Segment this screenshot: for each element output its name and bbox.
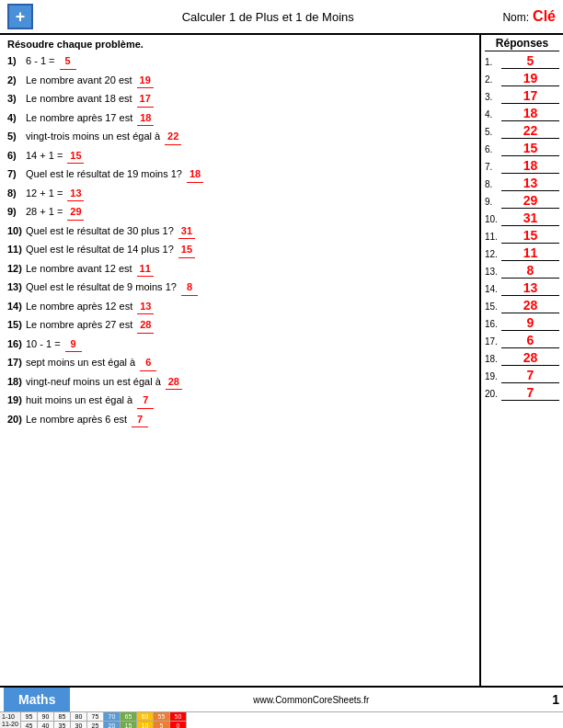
answer-row: 12.11 <box>485 245 559 261</box>
answer-row-val: 31 <box>501 210 559 226</box>
answer-row-val: 11 <box>501 245 559 261</box>
stats-cell: 35 <box>54 722 71 728</box>
answer-fill: 18 <box>137 110 154 127</box>
stats-cell: 60 <box>137 712 154 722</box>
answer-row-num: 20. <box>485 389 501 399</box>
problem-text: 28 + 1 = 29 <box>26 204 472 221</box>
problem-num: 10) <box>7 223 26 239</box>
answer-row-val: 28 <box>501 298 559 313</box>
problem-num: 1) <box>7 53 26 69</box>
problem-text: Quel est le résultat de 30 plus 1? 31 <box>26 223 472 240</box>
problem-num: 5) <box>7 129 26 144</box>
problem-text: Le nombre avant 18 est 17 <box>26 91 472 108</box>
answer-row-num: 2. <box>485 74 501 85</box>
stats-cell: 40 <box>38 722 54 728</box>
answer-row-val: 15 <box>501 228 559 244</box>
logo-icon: + <box>7 4 33 29</box>
answer-row-num: 10. <box>485 214 501 224</box>
answer-fill: 31 <box>178 223 195 240</box>
answer-row-num: 4. <box>485 109 501 119</box>
problem-num: 2) <box>7 73 26 88</box>
problem-text: 12 + 1 = 13 <box>26 186 472 202</box>
nom-label: Nom: <box>502 11 529 24</box>
answer-row: 4.18 <box>485 106 559 121</box>
problem-text: 10 - 1 = 9 <box>26 336 472 353</box>
answer-row-val: 18 <box>501 106 559 121</box>
answer-row: 8.13 <box>485 176 559 191</box>
answer-row: 7.18 <box>485 158 559 174</box>
problem-text: Le nombre après 12 est 13 <box>26 299 472 315</box>
problem-row: 8)12 + 1 = 13 <box>7 186 472 202</box>
problem-num: 15) <box>7 317 26 333</box>
answer-fill: 29 <box>67 204 84 221</box>
answer-row: 5.22 <box>485 123 559 139</box>
answer-row-val: 5 <box>501 53 559 69</box>
answer-row-num: 7. <box>485 162 501 172</box>
problem-text: huit moins un est égal à 7 <box>26 392 472 409</box>
answer-row-num: 9. <box>485 197 501 207</box>
answer-row: 14.13 <box>485 280 559 296</box>
footer: Maths www.CommonCoreSheets.fr 1 <box>0 686 563 711</box>
stats-label-11-20: 11-20 <box>2 721 18 727</box>
problem-row: 15)Le nombre après 27 est 28 <box>7 317 472 334</box>
answer-row-val: 8 <box>501 263 559 279</box>
stats-cell: 80 <box>71 712 87 722</box>
header: + Calculer 1 de Plus et 1 de Moins Nom: … <box>0 0 563 35</box>
stats-cell: 70 <box>104 712 121 722</box>
main-content: Résoudre chaque problème. 1)6 - 1 = 52)L… <box>0 35 563 686</box>
answer-row-val: 15 <box>501 141 559 156</box>
problem-row: 7)Quel est le résultat de 19 moins 1? 18 <box>7 166 472 183</box>
answer-row-val: 13 <box>501 176 559 191</box>
answer-fill: 6 <box>140 355 156 371</box>
stats-cell: 10 <box>137 722 154 728</box>
header-title: Calculer 1 de Plus et 1 de Moins <box>33 10 502 24</box>
stats-cell: 5 <box>154 722 170 728</box>
answer-row: 16.9 <box>485 315 559 331</box>
problem-row: 6)14 + 1 = 15 <box>7 148 472 165</box>
answer-row: 18.28 <box>485 350 559 366</box>
answer-row: 1.5 <box>485 53 559 69</box>
problem-num: 12) <box>7 261 26 277</box>
answer-fill: 9 <box>65 336 82 353</box>
answer-row-val: 29 <box>501 193 559 209</box>
stats-label-1-10: 1-10 <box>2 713 18 720</box>
answer-fill: 7 <box>137 392 154 409</box>
problem-row: 17)sept moins un est égal à 6 <box>7 355 472 371</box>
problem-text: Le nombre avant 12 est 11 <box>26 261 472 278</box>
problem-row: 5)vingt-trois moins un est égal à 22 <box>7 129 472 145</box>
problem-text: Quel est le résultat de 14 plus 1? 15 <box>26 242 472 258</box>
problem-num: 20) <box>7 412 26 427</box>
problem-row: 18)vingt-neuf moins un est égal à 28 <box>7 374 472 391</box>
answer-row: 10.31 <box>485 210 559 226</box>
answer-row-val: 13 <box>501 280 559 296</box>
answer-row: 13.8 <box>485 263 559 279</box>
answers-section: Réponses 1.52.193.174.185.226.157.188.13… <box>480 35 563 686</box>
answer-row: 3.17 <box>485 88 559 104</box>
problem-num: 11) <box>7 242 26 257</box>
answer-row-num: 13. <box>485 267 501 277</box>
answer-fill: 13 <box>137 299 154 315</box>
problem-text: vingt-trois moins un est égal à 22 <box>26 129 472 145</box>
answer-row-num: 1. <box>485 57 501 67</box>
footer-url: www.CommonCoreSheets.fr <box>70 695 552 705</box>
answer-row-val: 6 <box>501 333 559 348</box>
problem-num: 14) <box>7 299 26 314</box>
answer-row-val: 17 <box>501 88 559 104</box>
answer-row-num: 8. <box>485 179 501 189</box>
problem-num: 7) <box>7 166 26 182</box>
problems-section: Résoudre chaque problème. 1)6 - 1 = 52)L… <box>0 35 480 686</box>
stats-cell: 30 <box>71 722 87 728</box>
stats-cell: 90 <box>38 712 54 722</box>
answer-row-val: 7 <box>501 385 559 401</box>
problem-num: 19) <box>7 392 26 408</box>
stats-cell: 55 <box>154 712 170 722</box>
problem-text: Quel est le résultat de 19 moins 1? 18 <box>26 166 472 183</box>
answer-row-val: 18 <box>501 158 559 174</box>
answer-row-num: 15. <box>485 301 501 312</box>
stats-cell: 25 <box>87 722 104 728</box>
answer-fill: 18 <box>187 166 203 183</box>
stats-cell: 20 <box>104 722 121 728</box>
answer-row-num: 5. <box>485 127 501 137</box>
problem-text: 6 - 1 = 5 <box>26 53 472 70</box>
stats-cell: 0 <box>170 722 187 728</box>
